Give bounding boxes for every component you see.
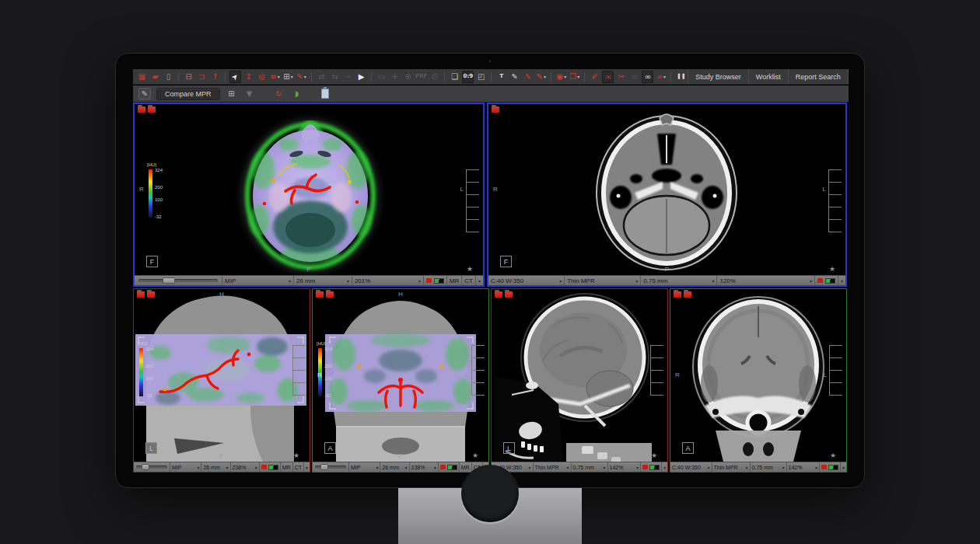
render-mode-dropdown[interactable]: Thin MPR▾ [712,462,750,472]
bar-menu-button[interactable]: ▾ [840,462,846,472]
slider-track[interactable] [136,466,167,469]
red-flag-icon[interactable] [642,465,648,469]
window-preset-dropdown[interactable]: C:40 W:350▾ [670,462,712,472]
sync-refresh-icon[interactable]: ↻ [273,88,285,99]
series-icon[interactable] [674,291,681,298]
modality-mr-toggle[interactable]: MR [280,462,292,472]
menu-item-simmons[interactable]: SIMMONS [848,69,849,84]
measure-icon[interactable]: ▭ [376,71,387,83]
modality-ct-toggle[interactable]: CT [292,462,303,472]
viewport-sagittal-fusion[interactable]: [HU] 324 200 100 -32 H F L ★ MIP▾ 26 mm▾ [133,288,310,473]
lut-swatch-icon[interactable] [649,465,660,470]
pause-icon[interactable]: ❚❚ [675,71,687,83]
favorite-star-icon[interactable]: ★ [651,452,657,459]
favorite-star-icon[interactable]: ★ [293,452,299,459]
sagittal-ct-image[interactable]: F L ★ [492,289,667,462]
modality-mr-toggle[interactable]: MR [446,276,461,285]
coronal-fusion-image[interactable]: [HU] 324 200 100 -32 H R L F A ★ [313,289,488,462]
link-all-icon[interactable]: ∞ [628,71,640,83]
viewport-axial-fusion[interactable]: [HU] 324 200 100 -32 R L P F ★ MIP▾ [133,103,485,287]
lut-swatch-icon[interactable] [268,465,278,470]
menu-item-worklist[interactable]: Worklist [748,69,788,84]
viewport-coronal-ct[interactable]: R L F A ★ C:40 W:350▾ Thin MPR▾ 0.75 mm▾… [670,288,847,473]
load-series-icon[interactable]: ⊐ [196,71,208,83]
bar-menu-button[interactable]: ▾ [838,276,845,285]
link-options-icon[interactable]: ∞▾ [655,71,667,83]
snapshot-icon[interactable]: ◉▾ [555,71,567,83]
save-state-icon[interactable]: ◰ [475,71,487,83]
target-icon[interactable]: ⊕ [402,71,414,83]
axial-fusion-image[interactable]: [HU] 324 200 100 -32 R L P F ★ [135,104,483,275]
draw-red-pencil-icon[interactable]: ✎ [522,71,534,83]
thickness-dropdown[interactable]: 0.75 mm▾ [640,276,716,285]
viewport-sagittal-ct[interactable]: F L ★ C:40 W:350▾ Thin MPR▾ 0.75 mm▾ 142… [491,288,668,473]
lut-swatch-icon[interactable] [447,465,457,470]
menu-item-study-browser[interactable]: Study Browser [688,69,748,84]
thickness-dropdown[interactable]: 26 mm▾ [201,462,229,472]
favorite-star-icon[interactable]: ★ [467,265,473,273]
series-icon[interactable] [326,291,334,298]
render-mode-dropdown[interactable]: MIP▾ [348,462,380,472]
blank-page-icon[interactable]: ▯ [163,71,174,83]
crosshair-icon[interactable]: ✛ [389,71,401,83]
export-image-icon[interactable]: ❒▾ [569,71,580,83]
sagittal-fusion-image[interactable]: [HU] 324 200 100 -32 H F L ★ [134,289,310,462]
marker-tools-icon[interactable]: ✎▾ [535,71,547,83]
edit-note-icon[interactable]: ✎ [138,88,151,99]
clipboard-icon[interactable] [319,88,331,99]
sync-series-icon[interactable]: ⇆ [329,71,341,83]
slice-slider[interactable] [135,276,222,285]
bar-menu-button[interactable]: ▾ [303,462,310,472]
series-icon[interactable] [505,291,513,298]
upload-box-icon[interactable]: ↑ [209,71,221,83]
zoom-dropdown[interactable]: 142%▾ [607,462,640,472]
red-flag-icon[interactable] [821,465,827,469]
zoom-dropdown[interactable]: 120%▾ [716,276,814,285]
slider-track[interactable] [315,466,346,469]
zoom-dropdown[interactable]: 238%▾ [409,462,438,472]
series-icon[interactable] [147,291,155,298]
zoom-dropdown[interactable]: 142%▾ [786,462,819,472]
lut-swatch-icon[interactable] [434,278,444,284]
layout-edit-icon[interactable]: ⊞ [226,88,238,99]
layout-tool-icon[interactable]: ⊞▾ [282,71,294,83]
scroll-tool-icon[interactable]: ↕ [243,71,254,83]
favorite-star-icon[interactable]: ★ [829,265,835,273]
annotate-tool-icon[interactable]: ✎▾ [296,71,307,83]
render-mode-dropdown[interactable]: Thin MPR▾ [564,276,640,285]
thickness-dropdown[interactable]: 26 mm▾ [380,462,408,472]
grid-red-icon[interactable]: ▦ [136,71,148,83]
text-annotation-icon[interactable]: T [495,71,507,83]
thickness-dropdown[interactable]: 26 mm▾ [293,276,352,285]
menu-item-report-search[interactable]: Report Search [788,69,848,84]
series-icon[interactable] [495,291,502,298]
modality-ct-toggle[interactable]: CT [461,276,475,285]
series-icon[interactable] [684,291,691,298]
red-flag-icon[interactable] [817,278,823,283]
slider-handle[interactable] [142,464,149,470]
attach-icon[interactable]: ∅ [429,71,440,83]
coronal-ct-image[interactable]: R L F A ★ [670,289,846,462]
bar-menu-button[interactable]: ▾ [661,462,667,472]
pointer-tool-icon[interactable]: ➤ [229,71,241,83]
swap-series-icon[interactable]: ⇄ [316,71,327,83]
series-icon[interactable] [316,291,324,298]
render-mode-dropdown[interactable]: MIP▾ [170,462,201,472]
prf-icon[interactable]: PRF [415,71,427,83]
rotate-tool-icon[interactable]: ◎ [256,71,268,83]
highlight-pen-icon[interactable]: ✐ [589,71,600,83]
series-icon[interactable] [492,106,499,113]
red-flag-icon[interactable] [261,465,267,469]
slider-handle[interactable] [163,277,175,284]
grid-0-9-icon[interactable]: 0:9 [462,71,474,83]
red-flag-icon[interactable] [440,465,446,469]
compare-mpr-button[interactable]: Compare MPR [156,88,220,100]
render-mode-dropdown[interactable]: Thin MPR▾ [533,462,571,472]
viewport-axial-ct[interactable]: R L P F ★ C:40 W:350▾ Thin MPR▾ 0.75 mm▾… [487,103,847,287]
red-flag-icon[interactable] [426,278,432,283]
link-auto-icon[interactable]: ∞ [642,71,653,83]
lut-swatch-icon[interactable] [825,278,835,284]
wl-presets-icon[interactable]: ≡▾ [269,71,281,83]
series-icon[interactable] [148,106,156,113]
tile-layout-icon[interactable]: ❏ [449,71,460,83]
